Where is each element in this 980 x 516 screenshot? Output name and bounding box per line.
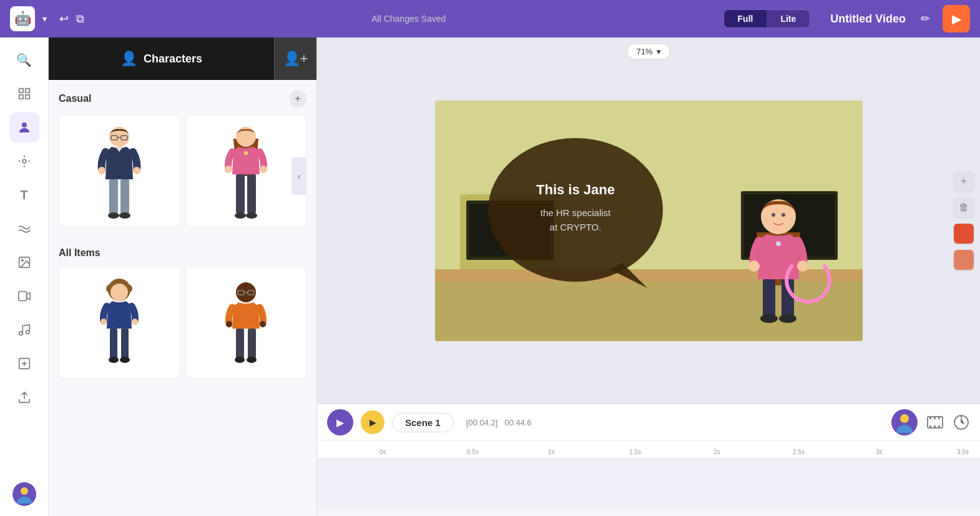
search-icon-item[interactable]: 🔍 [9,45,39,75]
characters-tab-label: Characters [144,52,202,66]
delete-element-button[interactable]: 🗑 [954,197,974,217]
color-swatch-1[interactable] [954,224,974,244]
svg-rect-0 [19,89,22,92]
film-icon[interactable] [926,414,944,431]
char-card-boy-curly[interactable] [59,266,180,379]
svg-point-9 [19,332,22,335]
edit-title-button[interactable]: ✏ [921,12,930,26]
zoom-chevron: ▾ [657,47,661,56]
play-icon: ▶ [952,11,961,26]
svg-point-53 [260,321,266,327]
svg-point-21 [119,212,130,219]
bg-icon-item[interactable] [9,214,39,244]
svg-rect-48 [236,329,244,359]
add-character-tab[interactable]: 👤+ [274,37,316,80]
copy-button[interactable]: ⧉ [76,12,84,26]
casual-section: Casual + [49,80,316,237]
casual-grid-wrapper: ‹ [59,115,306,237]
casual-title: Casual [59,93,91,104]
char-card-female-casual[interactable] [185,115,307,227]
text-icon-item[interactable]: T [9,180,39,210]
timeline-controls: ▶ ▶ Scene 1 [00:04.2] 00:44.6 [317,404,980,441]
svg-rect-27 [247,174,256,213]
full-mode-button[interactable]: Full [724,10,767,27]
panel-scroll[interactable]: Casual + [49,80,316,516]
preview-play-button[interactable]: ▶ [943,5,970,32]
svg-rect-83 [938,425,940,428]
scene-play-button[interactable]: ▶ [361,410,385,434]
add-scene-element-button[interactable]: + [954,171,974,191]
timeline-avatar[interactable] [891,409,918,435]
save-status: All Changes Saved [102,14,716,24]
color-swatch-2[interactable] [954,250,974,270]
zoom-value: 71% [636,47,652,56]
svg-point-71 [760,314,778,323]
svg-point-68 [776,241,781,246]
icon-bar: 🔍 T [0,37,49,516]
scene-character[interactable] [744,182,813,329]
user-avatar-bottom[interactable] [12,482,36,509]
timeline-ruler: 0s 0.5s 1s 1.5s 2s 2.5s 3s 3.5s 4s 4.5s … [317,441,980,459]
app-menu-chevron[interactable]: ▾ [42,14,47,24]
svg-rect-19 [120,179,129,214]
props-icon-item[interactable] [9,146,39,176]
timeline-right-controls [891,409,970,435]
svg-point-66 [772,213,775,217]
ruler-3.5s: 3.5s [957,449,969,455]
svg-rect-49 [248,329,256,359]
svg-rect-8 [18,292,26,301]
ruler-0.5s: 0.5s [467,449,479,455]
timeline-track[interactable] [317,459,980,509]
ruler-3s: 3s [876,449,883,455]
svg-point-50 [235,357,245,363]
panel-scroll-arrow[interactable]: ‹ [292,157,306,195]
layers-icon-item[interactable] [9,79,39,109]
svg-rect-38 [110,329,117,359]
svg-rect-26 [236,174,245,213]
music-icon-item[interactable] [9,315,39,345]
casual-grid [59,115,306,227]
ruler-2s: 2s [713,449,720,455]
svg-point-76 [900,414,909,423]
svg-rect-82 [934,425,936,428]
bubble-sub2: at CRYPTO. [549,222,601,232]
bubble-title-text: This is Jane [536,182,615,197]
svg-point-7 [21,259,23,261]
all-items-title: All Items [59,247,100,259]
char-card-male-casual[interactable] [59,115,180,227]
svg-point-29 [246,212,257,219]
svg-point-10 [26,330,29,334]
add-icon-item[interactable] [9,349,39,379]
characters-tab[interactable]: 👤 Characters [49,37,274,80]
bubble-svg: This is Jane the HR specialist at CRYPTO… [485,132,679,307]
upload-icon-item[interactable] [9,382,39,412]
zoom-control[interactable]: 71% ▾ [627,44,670,59]
canvas-wrapper: 71% ▾ [317,37,980,404]
scene-canvas: This is Jane the HR specialist at CRYPTO… [435,101,863,341]
all-items-grid [59,266,306,379]
svg-point-43 [132,319,138,325]
timer-icon[interactable] [953,414,970,431]
svg-point-5 [22,159,26,163]
time-total: 00:44.6 [504,418,531,427]
svg-point-51 [247,357,257,363]
time-display: [00:04.2] 00:44.6 [466,418,532,427]
undo-button[interactable]: ↩ [59,12,69,26]
svg-point-42 [100,319,107,325]
global-play-button[interactable]: ▶ [327,409,353,435]
svg-rect-80 [938,417,940,419]
char-card-black-man[interactable] [185,266,307,379]
timeline-ruler-track: 0s 0.5s 1s 1.5s 2s 2.5s 3s 3.5s 4s 4.5s … [317,441,980,516]
character-tab-icon: 👤 [120,51,137,67]
video-icon-item[interactable] [9,281,39,311]
scene-label[interactable]: Scene 1 [392,413,454,432]
timeline-area: ▶ ▶ Scene 1 [00:04.2] 00:44.6 [317,404,980,516]
svg-point-41 [120,357,130,363]
media-icon-item[interactable] [9,247,39,277]
lite-mode-button[interactable]: Lite [767,10,810,27]
main-layout: 🔍 T [0,37,980,516]
character-icon-item[interactable] [9,112,39,142]
svg-point-25 [244,151,248,155]
casual-add-button[interactable]: + [289,90,306,107]
logo-button[interactable]: 🤖 [10,6,35,31]
